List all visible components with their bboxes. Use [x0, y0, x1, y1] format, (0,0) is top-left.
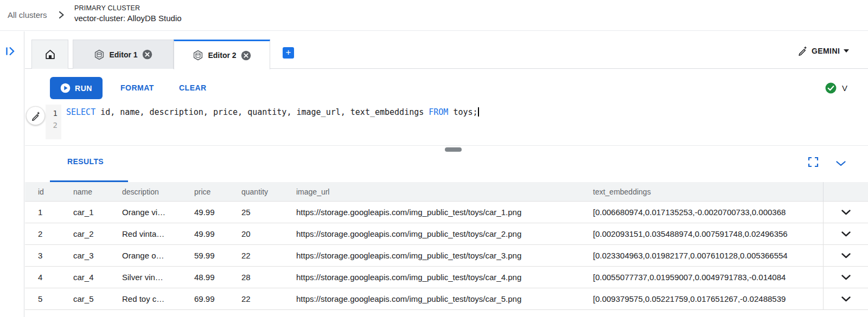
cell-id: 1 [38, 208, 73, 217]
cell-image-url: https://storage.googleapis.com/img_publi… [296, 208, 593, 217]
query-status: V [825, 82, 847, 94]
fullscreen-icon[interactable] [808, 157, 819, 170]
gemini-edit-button[interactable] [26, 106, 45, 125]
gemini-pen-spark-icon [31, 111, 41, 121]
cell-quantity: 28 [241, 273, 296, 282]
column-header-quantity[interactable]: quantity [241, 187, 296, 196]
add-editor-tab-button[interactable]: + [283, 47, 294, 59]
sql-keyword: FROM [429, 107, 448, 117]
run-button-label: RUN [75, 84, 92, 93]
tab-editor-1-label: Editor 1 [109, 50, 137, 59]
close-tab-icon[interactable] [241, 50, 251, 61]
table-row: 1 car_1 Orange vi… 49.99 25 https://stor… [25, 202, 868, 223]
sql-columns: id, name, description, price, quantity, … [95, 107, 429, 117]
close-tab-icon[interactable] [142, 49, 152, 60]
cell-description: Red toy c… [122, 294, 194, 303]
table-row: 2 car_2 Red vinta… 49.99 20 https://stor… [25, 223, 868, 245]
gemini-label: GEMINI [812, 47, 840, 55]
cell-text-embeddings: [0.002093151,0.035488974,0.007591748,0.0… [593, 229, 823, 238]
gemini-menu[interactable]: GEMINI [797, 46, 849, 56]
cell-id: 5 [38, 294, 73, 303]
cell-id: 2 [38, 229, 73, 238]
expand-row-chevron-icon[interactable] [841, 275, 851, 280]
tab-home[interactable] [31, 40, 68, 69]
sql-keyword: SELECT [66, 107, 95, 117]
cell-name: car_1 [73, 208, 122, 217]
play-icon [60, 83, 71, 93]
expand-row-chevron-icon[interactable] [841, 253, 851, 258]
cell-image-url: https://storage.googleapis.com/img_publi… [296, 294, 593, 303]
expand-column-header [823, 182, 868, 201]
cell-id: 4 [38, 273, 73, 282]
cell-price: 69.99 [194, 294, 241, 303]
cell-quantity: 22 [241, 251, 296, 260]
split-drag-handle[interactable] [445, 147, 462, 152]
cell-name: car_4 [73, 273, 122, 282]
format-button[interactable]: FORMAT [120, 77, 154, 99]
text-cursor [478, 107, 479, 117]
cell-text-embeddings: [0.006680974,0.017135253,-0.0020700733,0… [593, 208, 823, 217]
cell-description: Red vinta… [122, 229, 194, 238]
collapse-results-chevron-icon[interactable] [836, 159, 846, 169]
tab-editor-1[interactable]: Editor 1 [73, 40, 174, 69]
chevron-down-icon [844, 49, 849, 53]
expand-sidebar-icon[interactable] [5, 47, 18, 58]
editor-tab-bar: Editor 1 Editor 2 + GEMINI [25, 31, 868, 69]
sql-editor-line[interactable]: SELECT id, name, description, price, qua… [66, 107, 479, 117]
cell-name: car_2 [73, 229, 122, 238]
cell-image-url: https://storage.googleapis.com/img_publi… [296, 251, 593, 260]
cell-price: 48.99 [194, 273, 241, 282]
column-header-name[interactable]: name [73, 187, 122, 196]
results-table-body: 1 car_1 Orange vi… 49.99 25 https://stor… [25, 202, 868, 310]
cell-description: Orange vi… [122, 208, 194, 217]
column-header-text-embeddings[interactable]: text_embeddings [593, 187, 823, 196]
table-row: 4 car_4 Silver vin… 48.99 28 https://sto… [25, 267, 868, 288]
cell-text-embeddings: [0.023304963,0.01982177,0.007610128,0.00… [593, 251, 823, 260]
line-number: 1 [46, 107, 58, 119]
cell-text-embeddings: [0.009379575,0.05221759,0.017651267,-0.0… [593, 294, 823, 303]
expand-row-chevron-icon[interactable] [841, 210, 851, 215]
expand-row-chevron-icon[interactable] [841, 296, 851, 302]
tab-results[interactable]: RESULTS [67, 157, 104, 166]
breadcrumb-all-clusters[interactable]: All clusters [8, 10, 47, 20]
cell-price: 49.99 [194, 229, 241, 238]
clear-button[interactable]: CLEAR [179, 77, 207, 99]
line-number: 2 [46, 119, 58, 131]
cell-description: Silver vin… [122, 273, 194, 282]
split-divider [25, 145, 868, 146]
column-header-image-url[interactable]: image_url [296, 187, 593, 196]
cell-quantity: 25 [241, 208, 296, 217]
cell-id: 3 [38, 251, 73, 260]
column-header-price[interactable]: price [194, 187, 241, 196]
left-rail [0, 31, 24, 317]
table-row: 5 car_5 Red toy c… 69.99 22 https://stor… [25, 288, 868, 310]
cell-image-url: https://storage.googleapis.com/img_publi… [296, 273, 593, 282]
expand-row-chevron-icon[interactable] [841, 231, 851, 237]
cell-image-url: https://storage.googleapis.com/img_publi… [296, 229, 593, 238]
sql-tail: toys; [448, 107, 477, 117]
cell-quantity: 20 [241, 229, 296, 238]
valid-check-icon [825, 82, 837, 94]
breadcrumb: PRIMARY CLUSTER vector-cluster: AlloyDB … [74, 4, 182, 23]
cell-quantity: 22 [241, 294, 296, 303]
cell-name: car_5 [73, 294, 122, 303]
cluster-kicker: PRIMARY CLUSTER [74, 4, 182, 12]
column-header-description[interactable]: description [122, 187, 194, 196]
page-title: vector-cluster: AlloyDB Studio [74, 14, 182, 23]
results-table-header: id name description price quantity image… [25, 182, 868, 202]
run-button[interactable]: RUN [50, 77, 103, 99]
tab-editor-2-active[interactable]: Editor 2 [174, 40, 270, 69]
table-row: 3 car_3 Orange o… 59.99 22 https://stora… [25, 245, 868, 267]
editor-gutter: 1 2 [46, 105, 61, 139]
database-icon [94, 49, 105, 60]
cell-description: Orange o… [122, 251, 194, 260]
cell-name: car_3 [73, 251, 122, 260]
column-header-id[interactable]: id [38, 187, 73, 196]
app-header: All clusters PRIMARY CLUSTER vector-clus… [0, 0, 868, 31]
cell-price: 49.99 [194, 208, 241, 217]
cell-price: 59.99 [194, 251, 241, 260]
database-icon [193, 50, 203, 61]
gemini-pen-spark-icon [797, 46, 808, 56]
query-status-text: V [842, 83, 847, 93]
breadcrumb-chevron-icon [59, 11, 65, 21]
